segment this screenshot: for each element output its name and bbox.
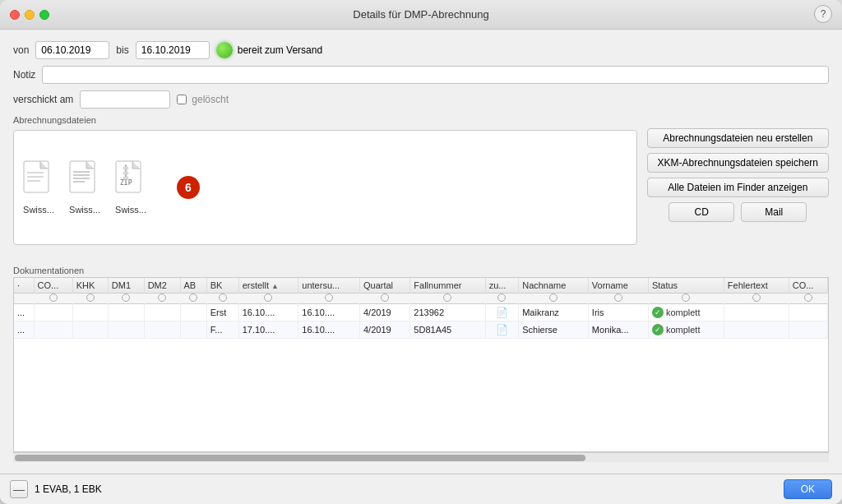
check-icon-2: ✓ bbox=[652, 324, 664, 335]
window-title: Details für DMP-Abrechnung bbox=[353, 8, 488, 21]
col-status[interactable]: Status bbox=[648, 278, 724, 294]
col-dm2[interactable]: DM2 bbox=[144, 278, 180, 294]
dokumentationen-table: · CO... KHK DM1 DM2 AB BK erstellt ▲ unt… bbox=[14, 278, 828, 339]
neu-erstellen-button[interactable]: Abrechnungsdateien neu erstellen bbox=[647, 128, 829, 148]
file-svg-3: ZIP bbox=[114, 160, 147, 201]
table-header-row: · CO... KHK DM1 DM2 AB BK erstellt ▲ unt… bbox=[14, 278, 828, 294]
file-icon-3[interactable]: ZIP Swiss... bbox=[114, 160, 147, 215]
alle-dateien-button[interactable]: Alle Dateien im Finder anzeigen bbox=[647, 178, 829, 197]
file-label-3: Swiss... bbox=[115, 205, 146, 215]
col-vorname[interactable]: Vorname bbox=[588, 278, 648, 294]
col-ab[interactable]: AB bbox=[180, 278, 206, 294]
main-content: von bis bereit zum Versand Notiz verschi… bbox=[0, 30, 842, 474]
xkm-speichern-button[interactable]: XKM-Abrechnungsdateien speichern bbox=[647, 153, 829, 173]
svg-rect-12 bbox=[123, 167, 128, 169]
col-fehlertext[interactable]: Fehlertext bbox=[724, 278, 789, 294]
main-area: Abrechnungsdateien Swiss... bbox=[13, 115, 829, 259]
versandt-label: verschickt am bbox=[13, 94, 73, 105]
file-label-1: Swiss... bbox=[23, 205, 54, 215]
file-icon-2[interactable]: Swiss... bbox=[68, 160, 101, 215]
table-section: Dokumentationen · CO... KHK DM1 DM2 AB B… bbox=[13, 266, 829, 462]
file-icon-1[interactable]: Swiss... bbox=[22, 160, 55, 215]
maximize-button[interactable] bbox=[39, 10, 49, 20]
status-komplett-1: ✓ komplett bbox=[652, 307, 720, 318]
bottom-left: — 1 EVAB, 1 EBK bbox=[10, 480, 102, 498]
col-co2[interactable]: CO... bbox=[789, 278, 827, 294]
status-komplett-2: ✓ komplett bbox=[652, 324, 720, 335]
table-row[interactable]: ... F... 17.10.... 16.10.... 4/2019 5D81… bbox=[14, 321, 828, 339]
files-badge: 6 bbox=[177, 176, 200, 199]
scrollbar-thumb[interactable] bbox=[15, 455, 585, 461]
status-label-1: komplett bbox=[666, 307, 701, 317]
status-indicator: bereit zum Versand bbox=[216, 42, 322, 58]
ok-button[interactable]: OK bbox=[784, 479, 832, 499]
files-section-label: Abrechnungsdateien bbox=[13, 115, 637, 125]
main-window: Details für DMP-Abrechnung ? von bis ber… bbox=[0, 0, 842, 504]
close-button[interactable] bbox=[10, 10, 20, 20]
minus-button[interactable]: — bbox=[10, 480, 28, 498]
title-bar: Details für DMP-Abrechnung ? bbox=[0, 0, 842, 30]
notiz-row: Notiz bbox=[13, 66, 829, 84]
horizontal-scrollbar[interactable] bbox=[13, 452, 829, 462]
table-section-label: Dokumentationen bbox=[13, 266, 829, 275]
traffic-lights bbox=[10, 10, 49, 20]
check-icon-1: ✓ bbox=[652, 307, 664, 318]
cd-button[interactable]: CD bbox=[669, 202, 734, 222]
svg-rect-13 bbox=[123, 172, 128, 174]
minimize-button[interactable] bbox=[25, 10, 35, 20]
files-section: Swiss... Swiss... bbox=[13, 130, 637, 245]
geloescht-label: gelöscht bbox=[192, 94, 229, 105]
svg-rect-14 bbox=[123, 177, 128, 179]
col-co[interactable]: CO... bbox=[34, 278, 72, 294]
versandt-row: verschickt am gelöscht bbox=[13, 90, 829, 109]
file-svg-1 bbox=[22, 160, 55, 201]
status-text: bereit zum Versand bbox=[238, 44, 322, 56]
file-svg-2 bbox=[68, 160, 101, 201]
versandt-input[interactable] bbox=[80, 90, 170, 109]
bis-label: bis bbox=[116, 44, 128, 56]
summary-text: 1 EVAB, 1 EBK bbox=[35, 483, 102, 495]
col-fallnummer[interactable]: Fallnummer bbox=[410, 278, 485, 294]
col-nachname[interactable]: Nachname bbox=[519, 278, 589, 294]
col-quartal[interactable]: Quartal bbox=[359, 278, 409, 294]
col-khk[interactable]: KHK bbox=[72, 278, 108, 294]
file-label-2: Swiss... bbox=[69, 205, 100, 215]
buttons-area: Abrechnungsdateien neu erstellen XKM-Abr… bbox=[647, 115, 829, 259]
help-button[interactable]: ? bbox=[814, 5, 832, 23]
col-erstellt[interactable]: erstellt ▲ bbox=[238, 278, 298, 294]
geloescht-checkbox[interactable] bbox=[177, 95, 187, 104]
table-wrapper: · CO... KHK DM1 DM2 AB BK erstellt ▲ unt… bbox=[13, 277, 829, 452]
notiz-label: Notiz bbox=[13, 69, 35, 81]
date-row: von bis bereit zum Versand bbox=[13, 41, 829, 59]
bottom-bar: — 1 EVAB, 1 EBK OK bbox=[0, 474, 842, 504]
von-input[interactable] bbox=[35, 41, 109, 59]
table-filter-row bbox=[14, 294, 828, 304]
mail-button[interactable]: Mail bbox=[741, 202, 807, 222]
col-zu[interactable]: zu... bbox=[485, 278, 519, 294]
col-bk[interactable]: BK bbox=[206, 278, 238, 294]
cd-mail-row: CD Mail bbox=[647, 202, 829, 222]
von-label: von bbox=[13, 44, 29, 56]
status-dot bbox=[216, 42, 233, 58]
notiz-input[interactable] bbox=[42, 66, 829, 84]
col-untersu[interactable]: untersu... bbox=[298, 278, 360, 294]
geloescht-row: gelöscht bbox=[177, 94, 229, 105]
col-dot: · bbox=[14, 278, 34, 294]
table-row[interactable]: ... Erst 16.10.... 16.10.... 4/2019 2139… bbox=[14, 304, 828, 321]
files-area: Abrechnungsdateien Swiss... bbox=[13, 115, 637, 259]
status-label-2: komplett bbox=[666, 325, 701, 335]
bis-input[interactable] bbox=[136, 41, 210, 59]
col-dm1[interactable]: DM1 bbox=[108, 278, 144, 294]
